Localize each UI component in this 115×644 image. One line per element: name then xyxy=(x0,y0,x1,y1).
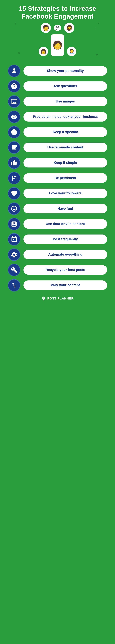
strategies-list: Show your personality Ask questions Use … xyxy=(0,62,115,292)
strategy-label-7: Keep it simple xyxy=(24,158,107,168)
icon-smile xyxy=(8,202,20,215)
strategy-label-12: Post frequently xyxy=(24,234,107,244)
strategy-item-9: Love your followers xyxy=(8,187,107,200)
fb-icon-2: f xyxy=(95,27,96,31)
icon-question xyxy=(8,80,20,92)
strategy-item-12: Post frequently xyxy=(8,233,107,246)
icon-heart xyxy=(8,187,20,200)
strategy-item-15: Vary your content xyxy=(8,279,107,292)
strategy-item-11: Use data-driven content xyxy=(8,218,107,230)
svg-rect-4 xyxy=(15,224,16,226)
strategy-label-4: Provide an inside look at your business xyxy=(24,112,107,122)
footer: POST PLANNER xyxy=(0,296,115,301)
strategy-item-2: Ask questions xyxy=(8,80,107,92)
heart-float: ♥ xyxy=(18,51,20,55)
icon-mountain xyxy=(8,172,20,184)
icon-tools xyxy=(8,264,20,276)
strategy-label-15: Vary your content xyxy=(24,280,107,290)
avatar-4: 👩‍💼 xyxy=(67,47,76,56)
icon-person xyxy=(8,65,20,77)
strategy-label-2: Ask questions xyxy=(24,82,107,91)
header-illustration: f ? ♥ f ♥ 🧑 💬 🧔 👩 xyxy=(9,20,106,58)
strategy-label-14: Recycle your best posts xyxy=(24,265,107,275)
strategy-label-1: Show your personality xyxy=(24,66,107,76)
icon-exclamation xyxy=(8,126,20,138)
icon-calendar xyxy=(8,233,20,246)
avatar-1: 🧑 xyxy=(41,23,51,33)
brand-logo: POST PLANNER xyxy=(41,296,74,301)
avatar-2: 🧔 xyxy=(64,23,74,33)
page-title: 15 Strategies to Increase Facebook Engag… xyxy=(9,5,106,20)
svg-rect-3 xyxy=(14,223,14,226)
strategy-label-13: Automate everything xyxy=(24,250,107,259)
strategy-item-1: Show your personality xyxy=(8,65,107,77)
speech-bubble-1: 💬 xyxy=(54,25,61,30)
strategy-label-5: Keep it specific xyxy=(24,127,107,137)
strategy-item-3: Use images xyxy=(8,95,107,108)
strategy-item-8: Be persistent xyxy=(8,172,107,184)
icon-newspaper xyxy=(8,141,20,154)
strategy-item-10: Have fun! xyxy=(8,202,107,215)
icon-thumbsup xyxy=(8,156,20,169)
strategy-label-11: Use data-driven content xyxy=(24,219,107,229)
strategy-item-14: Recycle your best posts xyxy=(8,264,107,276)
infographic-container: 15 Strategies to Increase Facebook Engag… xyxy=(0,0,115,307)
icon-eye xyxy=(8,110,20,123)
avatar-3: 👩 xyxy=(39,47,48,56)
brand-name: POST PLANNER xyxy=(47,297,74,300)
icon-arrows xyxy=(8,279,20,292)
strategy-item-7: Keep it simple xyxy=(8,156,107,169)
strategy-label-9: Love your followers xyxy=(24,188,107,198)
icon-image xyxy=(8,95,20,108)
icon-chart xyxy=(8,218,20,230)
fb-icon-1: f xyxy=(15,22,16,26)
strategy-item-13: Automate everything xyxy=(8,248,107,261)
strategy-item-6: Use fan-made content xyxy=(8,141,107,154)
svg-point-0 xyxy=(13,68,15,70)
question-float: ? xyxy=(97,21,99,25)
phone-illustration: 🧑 xyxy=(51,34,64,56)
header-section: 15 Strategies to Increase Facebook Engag… xyxy=(0,0,115,62)
strategy-label-8: Be persistent xyxy=(24,173,107,183)
heart-float-2: ♥ xyxy=(96,53,98,57)
strategy-label-6: Use fan-made content xyxy=(24,143,107,152)
strategy-item-4: Provide an inside look at your business xyxy=(8,110,107,123)
strategy-label-3: Use images xyxy=(24,97,107,106)
svg-rect-2 xyxy=(12,224,13,226)
strategy-item-5: Keep it specific xyxy=(8,126,107,138)
icon-gear xyxy=(8,248,20,261)
strategy-label-10: Have fun! xyxy=(24,204,107,214)
logo-pin-icon xyxy=(41,296,46,301)
